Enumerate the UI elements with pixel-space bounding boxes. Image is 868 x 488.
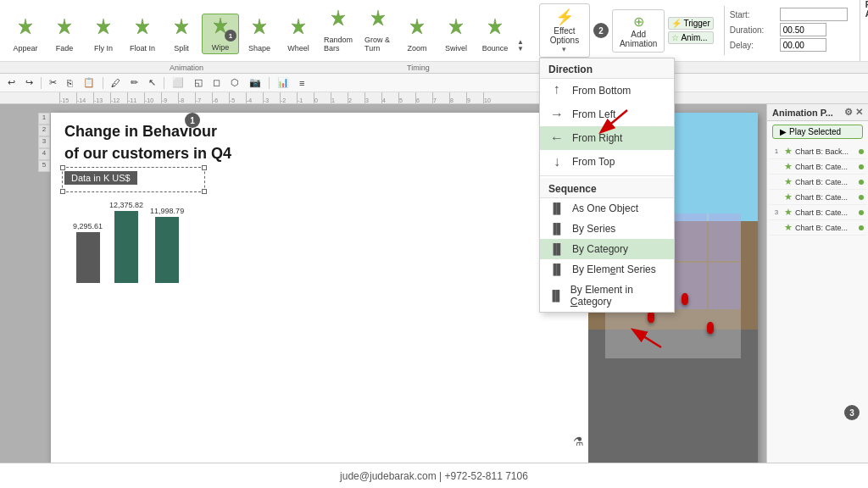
ribbon-label-3: Float In — [130, 44, 155, 53]
start-input[interactable] — [780, 8, 848, 21]
toolbar-menu[interactable]: ≡ — [295, 76, 309, 90]
from-bottom-item[interactable]: ↓ From Bottom — [540, 79, 674, 103]
slide-q4: Q4 — [211, 145, 231, 162]
footer-text: jude@judebarak.com | +972-52-811 7106 — [340, 470, 528, 482]
ribbon-item-fly-in[interactable]: Fly In — [85, 15, 122, 54]
as-one-object-item[interactable]: ▐▌ As One Object — [540, 198, 674, 219]
by-element-category-item[interactable]: ▐▌ By Element in Category — [540, 280, 674, 312]
delay-row: Delay: — [730, 38, 848, 52]
badge-1: 1 — [185, 113, 200, 128]
toolbar-shape1[interactable]: ◱ — [190, 75, 207, 90]
anim-star-icon-3: ★ — [784, 176, 793, 187]
trigger-button[interactable]: ⚡ Trigger — [668, 17, 713, 30]
ribbon-item-grow-&-turn[interactable]: Grow & Turn — [359, 7, 397, 54]
ribbon-label-9: Grow & Turn — [364, 36, 392, 53]
animation-section-label: Animation — [170, 64, 203, 72]
handle-tr[interactable] — [202, 165, 207, 170]
ruler-mark: 9 — [466, 92, 483, 104]
ribbon-item-wheel[interactable]: Wheel — [280, 15, 317, 54]
ribbon-item-wipe[interactable]: Wipe1 — [202, 14, 239, 54]
toolbar-redo[interactable]: ↪ — [21, 75, 37, 90]
ribbon-label-12: Bounce — [482, 44, 509, 53]
ruler-mark: -3 — [263, 92, 280, 104]
toolbar-chart[interactable]: 📊 — [273, 75, 293, 90]
toolbar-sep-2 — [103, 77, 103, 89]
lantern-4 — [707, 322, 714, 334]
ribbon-item-fade[interactable]: Fade — [46, 15, 83, 54]
anim-dot-3 — [859, 180, 864, 185]
anim-star-icon-2: ★ — [784, 161, 793, 172]
anim-dot-2 — [859, 164, 864, 169]
anim-text-6: Chart B: Cate... — [795, 224, 856, 232]
anim-panel-settings-icon[interactable]: ⚙ — [844, 107, 853, 118]
ribbon-item-appear[interactable]: Appear — [7, 15, 44, 54]
by-series-item[interactable]: ▐▌ By Series — [540, 219, 674, 239]
ruler-mark: -8 — [178, 92, 195, 104]
by-element-category-label: By Element in Category — [570, 284, 665, 308]
toolbar-pencil[interactable]: ✏ — [126, 75, 142, 90]
ribbon-item-random-bars[interactable]: Random Bars — [319, 7, 358, 54]
from-bottom-label: From Bottom — [572, 85, 631, 97]
anim-panel-controls: ⚙ ✕ — [844, 107, 863, 118]
anim-text-2: Chart B: Cate... — [795, 163, 856, 171]
toolbar-camera[interactable]: 📷 — [245, 75, 265, 90]
ribbon-item-swivel[interactable]: Swivel — [437, 15, 475, 54]
play-selected-button[interactable]: ▶ Play Selected — [772, 125, 863, 139]
anim-item-3[interactable]: ★ Chart B: Cate... — [769, 175, 866, 190]
animation-icon-4 — [171, 17, 192, 42]
chart-col-2: 12,375.82 — [109, 201, 143, 283]
trigger-icon: ⚡ — [671, 19, 682, 28]
toolbar-hex[interactable]: ⬡ — [226, 75, 243, 90]
by-category-item[interactable]: ▐▌ By Category — [540, 239, 674, 259]
anim-item-2[interactable]: ★ Chart B: Cate... — [769, 159, 866, 175]
trigger-label: Trigger — [683, 19, 709, 28]
toolbar-cut[interactable]: ✂ — [45, 75, 61, 90]
ruler-mark: -2 — [280, 92, 297, 104]
delay-input[interactable] — [780, 38, 826, 52]
animation-icon-0 — [15, 17, 36, 42]
toolbar-shape2[interactable]: ◻ — [209, 75, 225, 90]
anim-item-4[interactable]: ★ Chart B: Cate... — [769, 190, 866, 205]
handle-tl[interactable] — [60, 165, 65, 170]
add-animation-button[interactable]: ⊕ Add Animation — [612, 9, 665, 53]
anim-item-5[interactable]: 3 ★ Chart B: Cate... — [769, 205, 866, 220]
duration-input[interactable] — [780, 23, 826, 36]
from-top-item[interactable]: ↓ From Top — [540, 150, 674, 174]
ruler-mark: -6 — [212, 92, 229, 104]
ribbon-item-shape[interactable]: Shape — [241, 15, 278, 54]
effect-options-button[interactable]: ⚡ Effect Options ▾ — [539, 3, 590, 58]
direction-dropdown[interactable]: Direction ↓ From Bottom → From Left ← Fr… — [539, 58, 675, 313]
anim-panel-close-icon[interactable]: ✕ — [855, 107, 863, 118]
toolbar-copy[interactable]: ⎘ — [63, 76, 77, 90]
ribbon-item-float-in[interactable]: Float In — [124, 15, 161, 54]
anim-dot-5 — [859, 210, 864, 215]
from-right-item[interactable]: ← From Right — [540, 126, 674, 150]
anim-item-1[interactable]: 1 ★ Chart B: Back... — [769, 144, 866, 159]
ruler-mark: 6 — [415, 92, 432, 104]
ruler-mark: 4 — [381, 92, 398, 104]
row-num-3: 3 — [38, 136, 50, 148]
add-animation-icon: ⊕ — [633, 14, 644, 30]
ruler-mark: -13 — [93, 92, 110, 104]
animation-pane-button[interactable]: ☆ Anim... — [668, 31, 713, 44]
toolbar-rect[interactable]: ⬜ — [168, 75, 188, 90]
ribbon-item-zoom[interactable]: Zoom — [398, 15, 436, 54]
toolbar-undo[interactable]: ↩ — [3, 75, 19, 90]
toolbar-cursor[interactable]: ↖ — [144, 75, 160, 90]
chart-val-3: 11,998.79 — [150, 207, 184, 215]
toolbar-paint[interactable]: 🖊 — [107, 76, 125, 90]
by-element-series-item[interactable]: ▐▌ By Element Series — [540, 259, 674, 280]
from-left-item[interactable]: → From Left — [540, 103, 674, 126]
filter-icon[interactable]: ⚗ — [573, 435, 584, 448]
animation-icon-1 — [54, 17, 75, 42]
anim-item-6[interactable]: ★ Chart B: Cate... — [769, 220, 866, 236]
ribbon-top: Appear Fade Fly In Float In Split Wipe1 … — [0, 0, 868, 61]
ribbon-item-bounce[interactable]: Bounce — [476, 15, 514, 54]
ribbon-item-split[interactable]: Split — [163, 15, 200, 54]
ribbon-more-button[interactable]: ▲▼ — [515, 37, 526, 54]
ribbon-label-5: Wipe — [212, 43, 230, 52]
toolbar-paste[interactable]: 📋 — [79, 75, 99, 90]
by-series-icon: ▐▌ — [548, 223, 565, 235]
popup-divider — [540, 175, 674, 176]
as-one-object-label: As One Object — [572, 202, 638, 214]
